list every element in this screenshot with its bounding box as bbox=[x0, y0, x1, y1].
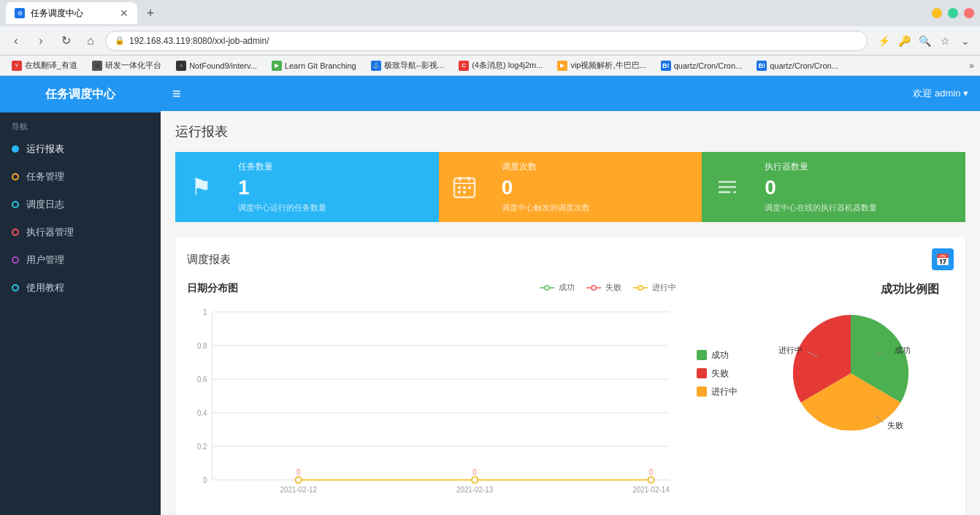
executor-card-icon bbox=[702, 152, 753, 222]
new-tab-button[interactable]: + bbox=[140, 3, 161, 23]
lightning-icon[interactable]: ⚡ bbox=[875, 32, 892, 50]
executor-card-info: 执行器数量 0 调度中心在线的执行器机器数量 bbox=[753, 152, 965, 222]
app-container: 任务调度中心 导航 运行报表 任务管理 调度日志 执行器管理 用户管理 bbox=[0, 76, 980, 515]
bookmark-quartz2[interactable]: B! quartz/Cron/Cron... bbox=[751, 59, 844, 72]
sidebar-item-task-mgmt[interactable]: 任务管理 bbox=[0, 163, 161, 191]
bookmark-favicon: ▶ bbox=[557, 61, 567, 71]
chart-legend: 成功 失败 bbox=[540, 282, 676, 293]
maximize-button[interactable]: □ bbox=[948, 8, 958, 18]
report-header: 调度报表 📅 bbox=[187, 248, 954, 270]
schedule-card-info: 调度次数 0 调度中心触发的调度次数 bbox=[490, 152, 703, 222]
svg-text:0.8: 0.8 bbox=[197, 342, 207, 350]
sidebar-dot-icon bbox=[12, 173, 19, 180]
page-title: 运行报表 bbox=[175, 123, 965, 140]
sidebar-dot-icon bbox=[12, 201, 19, 208]
bookmark-label: 研发一体化平台 bbox=[105, 60, 161, 71]
bookmark-label: quartz/Cron/Cron... bbox=[770, 61, 838, 70]
hamburger-icon[interactable]: ≡ bbox=[172, 85, 181, 102]
executor-count-label: 执行器数量 bbox=[765, 161, 954, 173]
task-count-desc: 调度中心运行的任务数量 bbox=[238, 202, 427, 213]
sidebar-dot-icon bbox=[12, 256, 19, 264]
task-count-label: 任务数量 bbox=[238, 161, 427, 173]
main-content: ≡ 欢迎 admin ▾ 运行报表 ⚑ 任务数量 1 调度中心运行的 bbox=[161, 76, 980, 515]
svg-text:0: 0 bbox=[203, 476, 207, 484]
sidebar-item-schedule-log[interactable]: 调度日志 bbox=[0, 191, 161, 218]
pie-legend-success-box bbox=[697, 350, 707, 360]
svg-text:0.2: 0.2 bbox=[197, 443, 207, 451]
back-button[interactable]: ‹ bbox=[6, 31, 26, 51]
tab-close-button[interactable]: ✕ bbox=[120, 7, 129, 19]
browser-toolbar: ‹ › ↻ ⌂ 🔒 192.168.43.119:8080/xxl-job-ad… bbox=[0, 26, 980, 56]
bookmark-label: Learn Git Branching bbox=[285, 61, 356, 70]
top-bar: ≡ 欢迎 admin ▾ bbox=[161, 76, 980, 111]
task-card-icon: ⚑ bbox=[175, 152, 226, 222]
executor-count-value: 0 bbox=[765, 176, 954, 199]
sidebar: 任务调度中心 导航 运行报表 任务管理 调度日志 执行器管理 用户管理 bbox=[0, 76, 161, 515]
schedule-count-value: 0 bbox=[502, 176, 691, 199]
home-button[interactable]: ⌂ bbox=[80, 31, 101, 51]
chevron-down-icon[interactable]: ⌄ bbox=[957, 32, 974, 50]
sidebar-item-user-mgmt[interactable]: 用户管理 bbox=[0, 246, 161, 274]
sidebar-item-label: 执行器管理 bbox=[26, 226, 74, 239]
sidebar-item-label: 任务管理 bbox=[26, 170, 64, 183]
bookmark-vip[interactable]: ▶ vip视频解析,牛巴巴... bbox=[551, 58, 651, 72]
legend-running: 进行中 bbox=[633, 282, 676, 293]
bookmark-github[interactable]: ○ NotFound9/interv... bbox=[170, 59, 263, 72]
bookmarks-bar: Y 在线翻译_有道 ⬛ 研发一体化平台 ○ NotFound9/interv..… bbox=[0, 56, 980, 76]
sidebar-item-executor-mgmt[interactable]: 执行器管理 bbox=[0, 218, 161, 246]
bookmark-quartz1[interactable]: B! quartz/Cron/Cron... bbox=[655, 59, 749, 72]
pie-legend-success-label: 成功 bbox=[711, 349, 729, 362]
schedule-count-label: 调度次数 bbox=[502, 161, 691, 173]
bookmark-favicon: ○ bbox=[176, 61, 186, 71]
stat-card-schedules: 调度次数 0 调度中心触发的调度次数 bbox=[439, 152, 703, 222]
svg-point-37 bbox=[648, 477, 654, 483]
close-button[interactable]: ✕ bbox=[964, 8, 974, 18]
svg-text:2021-02-12: 2021-02-12 bbox=[280, 486, 318, 494]
pie-chart-container: 成功比例图 成功 bbox=[691, 282, 954, 504]
search-icon[interactable]: 🔍 bbox=[916, 32, 933, 50]
star-icon[interactable]: ☆ bbox=[936, 32, 954, 50]
bookmark-youdao[interactable]: Y 在线翻译_有道 bbox=[6, 58, 83, 72]
bookmark-gitbranch[interactable]: ▶ Learn Git Branching bbox=[266, 59, 362, 72]
legend-fail-label: 失败 bbox=[605, 282, 621, 293]
pie-legend-running-box bbox=[697, 386, 707, 397]
user-greeting-text: 欢迎 admin ▾ bbox=[913, 87, 968, 100]
bookmark-label: quartz/Cron/Cron... bbox=[674, 61, 743, 70]
window-controls: — □ ✕ bbox=[932, 8, 974, 18]
more-bookmarks-button[interactable]: » bbox=[969, 61, 974, 71]
bookmark-label: 在线翻译_有道 bbox=[25, 60, 77, 71]
address-text: 192.168.43.119:8080/xxl-job-admin/ bbox=[129, 36, 858, 46]
pie-legend-fail-box bbox=[697, 368, 707, 378]
browser-tab[interactable]: ⚙ 任务调度中心 ✕ bbox=[6, 2, 137, 24]
svg-text:2021-02-14: 2021-02-14 bbox=[632, 486, 670, 494]
svg-text:0.6: 0.6 bbox=[197, 375, 207, 384]
task-count-value: 1 bbox=[238, 176, 427, 199]
bookmark-favicon: B! bbox=[757, 61, 767, 71]
sidebar-dot-icon bbox=[12, 145, 19, 153]
bookmark-favicon: ⬛ bbox=[92, 61, 102, 71]
bookmark-devops[interactable]: ⬛ 研发一体化平台 bbox=[86, 58, 167, 72]
user-greeting[interactable]: 欢迎 admin ▾ bbox=[913, 87, 968, 100]
stat-cards: ⚑ 任务数量 1 调度中心运行的任务数量 bbox=[175, 152, 965, 222]
legend-running-label: 进行中 bbox=[652, 282, 676, 293]
svg-text:0: 0 bbox=[472, 468, 477, 476]
bookmark-log4j[interactable]: C (4条消息) log4j2m... bbox=[453, 58, 548, 72]
refresh-button[interactable]: ↻ bbox=[55, 31, 76, 51]
calendar-button[interactable]: 📅 bbox=[932, 248, 954, 270]
stat-card-executors: 执行器数量 0 调度中心在线的执行器机器数量 bbox=[702, 152, 965, 222]
legend-success-label: 成功 bbox=[559, 282, 575, 293]
svg-point-35 bbox=[296, 477, 302, 483]
sidebar-dot-icon bbox=[12, 229, 19, 236]
pie-legend-success: 成功 bbox=[697, 349, 748, 362]
bookmark-nav[interactable]: ⚓ 极致导航--影视... bbox=[365, 58, 451, 72]
key-icon[interactable]: 🔑 bbox=[895, 32, 913, 50]
pie-legend-running-label: 进行中 bbox=[711, 386, 738, 398]
address-bar[interactable]: 🔒 192.168.43.119:8080/xxl-job-admin/ bbox=[105, 31, 868, 51]
forward-button[interactable]: › bbox=[31, 31, 51, 51]
line-chart-container: 日期分布图 成功 bbox=[187, 282, 676, 504]
schedule-card-icon bbox=[439, 152, 490, 222]
minimize-button[interactable]: — bbox=[932, 8, 942, 18]
sidebar-item-run-report[interactable]: 运行报表 bbox=[0, 135, 161, 163]
pie-legend-fail-label: 失败 bbox=[711, 367, 729, 380]
sidebar-item-tutorial[interactable]: 使用教程 bbox=[0, 274, 161, 302]
